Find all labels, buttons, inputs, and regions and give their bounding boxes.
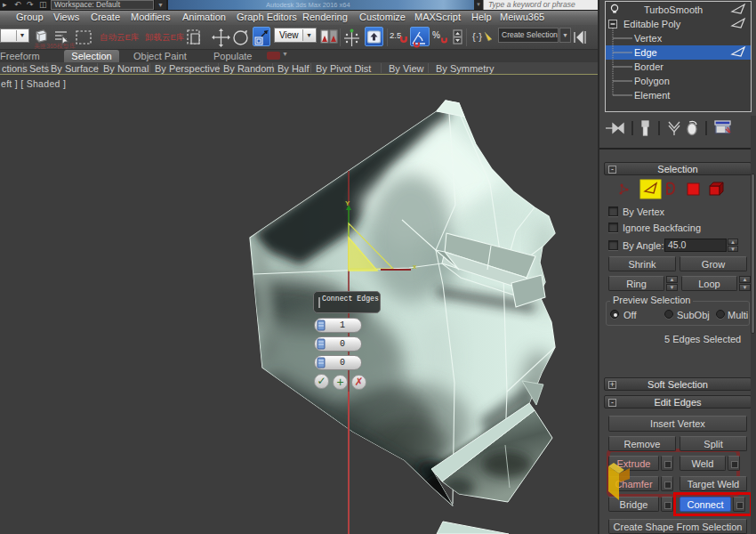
svg-text:x: x	[413, 263, 417, 271]
svg-text:{·}: {·}	[472, 31, 482, 42]
svg-text:Y: Y	[345, 199, 350, 207]
svg-text:2.5: 2.5	[390, 30, 401, 40]
svg-text:%: %	[432, 30, 440, 40]
